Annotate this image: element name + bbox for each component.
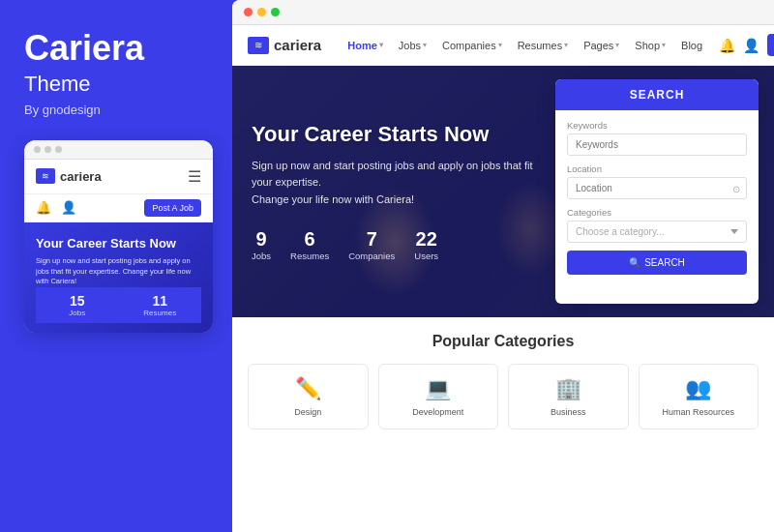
- mobile-bell-icon: 🔔: [36, 200, 51, 215]
- categories-title: Popular Categories: [248, 333, 759, 350]
- hr-label: Human Resources: [647, 407, 751, 417]
- left-panel: Cariera Theme By gnodesign cariera ☰ 🔔 👤…: [0, 0, 232, 532]
- user-icon[interactable]: 👤: [743, 38, 759, 53]
- browser-dot-yellow: [257, 8, 266, 16]
- site-navbar: cariera Home ▾ Jobs ▾ Companies ▾ Resume…: [232, 25, 774, 66]
- dot-1: [34, 146, 41, 153]
- category-card-design[interactable]: ✏️ Design: [248, 364, 369, 429]
- mobile-user-icon: 👤: [61, 200, 76, 215]
- nav-right: 🔔 👤 Post A Job ⊕: [719, 34, 774, 56]
- chevron-down-icon: ▾: [498, 41, 502, 49]
- browser-chrome: [232, 0, 774, 25]
- mobile-stat-jobs: 15 Jobs: [36, 287, 119, 323]
- hero-stat-companies: 7 Companies: [348, 228, 395, 261]
- category-card-business[interactable]: 🏢 Business: [508, 364, 629, 429]
- chevron-down-icon: ▾: [423, 41, 427, 49]
- nav-link-companies[interactable]: Companies ▾: [435, 36, 509, 55]
- hero-users-num: 22: [414, 228, 438, 251]
- nav-link-resumes[interactable]: Resumes ▾: [511, 36, 575, 55]
- mobile-jobs-num: 15: [40, 293, 115, 309]
- hero-jobs-label: Jobs: [252, 251, 271, 261]
- hero-stat-users: 22 Users: [414, 228, 438, 261]
- hero-content: Your Career Starts Now Sign up now and s…: [232, 66, 555, 317]
- mobile-hero: Your Career Starts Now Sign up now and s…: [24, 222, 213, 333]
- nav-link-home[interactable]: Home ▾: [341, 36, 390, 55]
- site-logo: cariera: [248, 37, 321, 54]
- post-job-button[interactable]: Post A Job ⊕: [767, 34, 774, 56]
- browser-dot-green: [271, 8, 280, 16]
- hero-users-label: Users: [414, 251, 438, 261]
- nav-link-blog[interactable]: Blog: [674, 36, 709, 55]
- search-body: Keywords Location ⊙ Categories Choose a …: [555, 110, 759, 284]
- hero-companies-num: 7: [348, 228, 395, 251]
- development-label: Development: [387, 407, 491, 417]
- search-header: SEARCH: [555, 79, 759, 110]
- mobile-hamburger-icon[interactable]: ☰: [188, 167, 201, 186]
- mobile-logo-icon: [36, 168, 55, 184]
- category-card-hr[interactable]: 👥 Human Resources: [639, 364, 759, 429]
- design-label: Design: [256, 407, 360, 417]
- development-icon: 💻: [387, 376, 491, 401]
- hero-resumes-label: Resumes: [290, 251, 329, 261]
- keywords-input[interactable]: [567, 133, 747, 156]
- hero-stat-jobs: 9 Jobs: [252, 228, 271, 261]
- right-panel: cariera Home ▾ Jobs ▾ Companies ▾ Resume…: [232, 0, 774, 532]
- browser-dot-red: [244, 8, 253, 16]
- categories-select[interactable]: Choose a category...: [567, 221, 747, 243]
- nav-link-jobs[interactable]: Jobs ▾: [392, 36, 433, 55]
- hero-resumes-num: 6: [290, 228, 329, 251]
- search-icon: 🔍: [629, 257, 640, 268]
- categories-field-group: Categories Choose a category...: [567, 207, 747, 243]
- mobile-preview: cariera ☰ 🔔 👤 Post A Job Your Career Sta…: [24, 140, 213, 333]
- brand-subtitle: Theme: [24, 72, 208, 97]
- categories-label: Categories: [567, 207, 747, 218]
- keywords-label: Keywords: [567, 120, 747, 131]
- chevron-down-icon: ▾: [379, 41, 383, 49]
- chevron-down-icon: ▾: [615, 41, 619, 49]
- hero-subtitle: Sign up now and start posting jobs and a…: [252, 158, 536, 209]
- mobile-nav: cariera ☰: [24, 160, 213, 194]
- location-label: Location: [567, 163, 747, 174]
- hr-icon: 👥: [647, 376, 751, 401]
- nav-links: Home ▾ Jobs ▾ Companies ▾ Resumes ▾ Page…: [341, 36, 709, 55]
- mobile-hero-content: Your Career Starts Now Sign up now and s…: [36, 236, 201, 287]
- site-logo-text: cariera: [274, 37, 321, 53]
- dot-3: [55, 146, 62, 153]
- mobile-browser-bar: [24, 140, 213, 160]
- chevron-down-icon: ▾: [662, 41, 666, 49]
- mobile-hero-subtitle: Sign up now and start posting jobs and a…: [36, 256, 201, 287]
- category-card-development[interactable]: 💻 Development: [378, 364, 499, 429]
- mobile-post-job-button[interactable]: Post A Job: [144, 199, 201, 217]
- mobile-stat-resumes: 11 Resumes: [119, 287, 202, 323]
- mobile-hero-title: Your Career Starts Now: [36, 236, 201, 252]
- hero-stat-resumes: 6 Resumes: [290, 228, 329, 261]
- mobile-resumes-label: Resumes: [123, 309, 198, 317]
- chevron-down-icon: ▾: [564, 41, 568, 49]
- mobile-logo-text: cariera: [60, 169, 102, 184]
- hero-companies-label: Companies: [348, 251, 395, 261]
- mobile-nav-icons-row: 🔔 👤 Post A Job: [24, 194, 213, 222]
- hero-title: Your Career Starts Now: [252, 122, 489, 147]
- dot-2: [45, 146, 51, 153]
- mobile-stats: 15 Jobs 11 Resumes: [36, 287, 201, 323]
- mobile-jobs-label: Jobs: [40, 309, 115, 317]
- location-input[interactable]: [567, 177, 747, 199]
- brand-by: By gnodesign: [24, 103, 208, 117]
- business-icon: 🏢: [517, 376, 620, 401]
- search-button[interactable]: 🔍 SEARCH: [567, 251, 747, 275]
- location-field-group: Location ⊙: [567, 163, 747, 199]
- nav-link-shop[interactable]: Shop ▾: [628, 36, 672, 55]
- hero-section: Your Career Starts Now Sign up now and s…: [232, 66, 774, 317]
- site-logo-icon: [248, 37, 269, 54]
- nav-link-pages[interactable]: Pages ▾: [577, 36, 626, 55]
- business-label: Business: [517, 407, 620, 417]
- design-icon: ✏️: [256, 376, 360, 401]
- search-panel: SEARCH Keywords Location ⊙ Categories: [555, 79, 759, 304]
- categories-section: Popular Categories ✏️ Design 💻 Developme…: [232, 317, 774, 532]
- search-btn-label: SEARCH: [644, 257, 685, 268]
- mobile-logo: cariera: [36, 168, 102, 184]
- hero-jobs-num: 9: [252, 228, 271, 251]
- bell-icon[interactable]: 🔔: [719, 38, 735, 53]
- mobile-resumes-num: 11: [123, 293, 198, 309]
- brand-title: Cariera: [24, 29, 208, 68]
